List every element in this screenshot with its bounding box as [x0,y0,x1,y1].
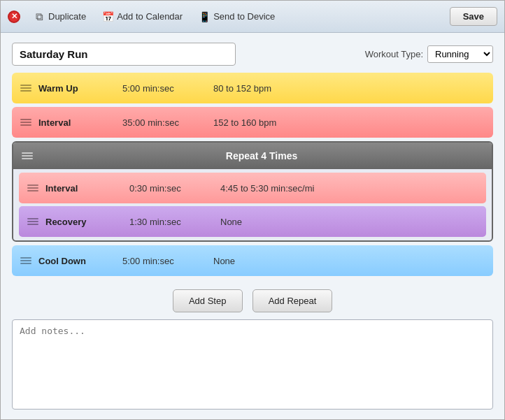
step-name: Interval [45,183,129,194]
steps-list: Warm Up 5:00 min:sec 80 to 152 bpm Inter… [12,73,493,280]
workout-type-select[interactable]: Running Cycling Swimming Other [427,45,493,63]
close-button[interactable]: ✕ [8,10,20,23]
drag-handle[interactable] [22,152,33,159]
drag-handle[interactable] [20,257,31,264]
save-button[interactable]: Save [450,7,497,26]
step-name: Interval [38,117,122,128]
step-row[interactable]: Interval 0:30 min:sec 4:45 to 5:30 min:s… [19,173,486,203]
step-target: 152 to 160 bpm [213,117,485,128]
step-target: None [220,217,478,227]
step-target: None [213,256,485,266]
step-name: Warm Up [38,83,122,94]
step-row[interactable]: Warm Up 5:00 min:sec 80 to 152 bpm [12,73,493,103]
step-row[interactable]: Interval 35:00 min:sec 152 to 160 bpm [12,107,493,138]
step-duration: 0:30 min:sec [129,183,220,194]
repeat-block: Repeat 4 Times Interval 0:30 min:sec 4:4… [12,141,493,242]
step-row[interactable]: Cool Down 5:00 min:sec None [12,245,493,276]
main-window: ✕ Duplicate Add to Calendar Send to Devi… [0,0,505,420]
step-row[interactable]: Recovery 1:30 min:sec None [19,206,486,237]
step-name: Recovery [45,217,129,227]
workout-type-label: Workout Type: [365,49,423,59]
workout-name-input[interactable] [12,43,236,66]
notes-textarea[interactable] [12,319,493,410]
duplicate-icon [33,10,45,23]
drag-handle[interactable] [20,85,31,92]
add-step-button[interactable]: Add Step [173,289,243,312]
duplicate-label: Duplicate [48,11,86,22]
step-duration: 5:00 min:sec [122,256,213,266]
add-repeat-button[interactable]: Add Repeat [252,289,333,312]
workout-type-row: Workout Type: Running Cycling Swimming O… [365,45,493,63]
repeat-steps: Interval 0:30 min:sec 4:45 to 5:30 min:s… [13,169,492,240]
add-to-calendar-button[interactable]: Add to Calendar [99,9,185,24]
step-duration: 1:30 min:sec [129,217,220,227]
main-content: Workout Type: Running Cycling Swimming O… [1,33,504,419]
toolbar: ✕ Duplicate Add to Calendar Send to Devi… [1,1,504,33]
send-to-device-button[interactable]: Send to Device [195,9,278,24]
top-row: Workout Type: Running Cycling Swimming O… [12,43,493,66]
step-target: 4:45 to 5:30 min:sec/mi [220,183,478,194]
duplicate-button[interactable]: Duplicate [30,9,89,24]
step-duration: 5:00 min:sec [122,83,213,94]
step-name: Cool Down [38,256,122,266]
send-to-device-label: Send to Device [213,11,275,22]
drag-handle[interactable] [27,184,38,191]
step-target: 80 to 152 bpm [213,83,485,94]
step-duration: 35:00 min:sec [122,117,213,128]
repeat-header-label: Repeat 4 Times [40,150,483,161]
calendar-icon [101,10,114,23]
add-to-calendar-label: Add to Calendar [117,11,183,22]
device-icon [198,10,211,23]
buttons-row: Add Step Add Repeat [12,289,493,312]
drag-handle[interactable] [20,119,31,126]
repeat-header[interactable]: Repeat 4 Times [13,143,492,169]
drag-handle[interactable] [27,218,38,225]
